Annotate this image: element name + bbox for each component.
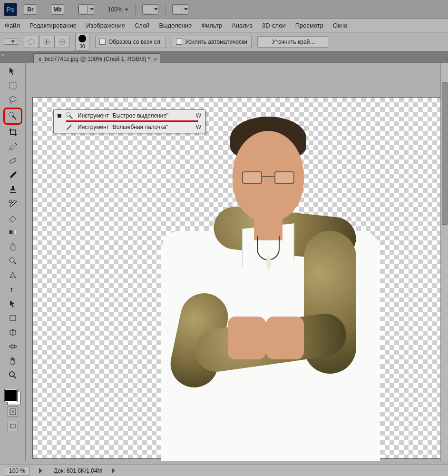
minibridge-label: Mb [53,6,61,13]
3d-camera-tool[interactable] [6,340,20,353]
document-canvas[interactable] [32,97,441,459]
path-selection-tool[interactable] [6,297,20,310]
brush-picker[interactable]: 30 [75,33,89,51]
screen-mode-button[interactable] [172,4,188,15]
bridge-launcher-button[interactable]: Br [24,4,37,15]
flyout-item-quick-selection[interactable]: Инструмент "Быстрое выделение" W [54,110,205,121]
minibridge-launcher-button[interactable]: Mb [51,4,64,15]
chevron-down-icon [90,8,94,10]
sample-all-label: Образец со всех сл. [108,39,162,45]
zoom-level[interactable]: 100% [108,6,128,13]
bridge-label: Br [27,6,33,13]
dodge-icon [8,256,18,266]
chevron-down-icon [154,8,158,10]
status-zoom[interactable]: 100 % [5,466,29,476]
healing-brush-tool[interactable] [6,154,20,168]
eraser-icon [8,213,18,223]
menu-edit[interactable]: Редактирование [29,22,77,29]
separator [101,4,101,15]
eraser-tool[interactable] [6,211,20,225]
checkbox-icon[interactable] [176,39,182,45]
refine-edge-button[interactable]: Уточнить край... [257,36,329,48]
sample-all-layers-option[interactable]: Образец со всех сл. [95,36,166,48]
status-doc-text: Док: 801,6K/1,04M [54,467,102,474]
chevron-down-icon [11,40,15,43]
rectangular-marquee-tool[interactable] [6,79,20,92]
checkbox-icon[interactable] [99,39,106,45]
selected-indicator-icon [58,114,61,118]
vertical-scrollbar[interactable] [440,63,448,461]
menu-filter[interactable]: Фильтр [201,22,222,29]
shape-tool[interactable] [6,311,20,325]
auto-enhance-option[interactable]: Усилить автоматически [172,36,252,48]
menu-image[interactable]: Изображение [86,22,125,29]
crop-icon [8,128,18,137]
gradient-tool[interactable] [6,226,20,239]
separator [135,4,136,15]
selection-add-button[interactable] [39,36,54,48]
ps-logo-icon: Ps [4,3,17,16]
move-tool[interactable] [6,65,20,78]
ps-logo-text: Ps [6,6,14,13]
menu-window[interactable]: Окно [333,22,347,29]
selection-new-button[interactable] [24,36,39,48]
hand-tool[interactable] [6,354,20,367]
svg-point-17 [11,410,14,413]
blur-tool[interactable] [6,240,20,253]
dodge-tool[interactable] [6,254,20,268]
screen-mode-toggle[interactable] [8,421,18,431]
crop-tool[interactable] [6,126,20,139]
svg-point-10 [10,258,14,262]
menu-file[interactable]: Файл [5,22,20,29]
clone-stamp-tool[interactable] [6,183,20,196]
separator [44,4,44,15]
menu-select[interactable]: Выделение [159,22,192,29]
color-swatches[interactable] [5,387,21,403]
quick-selection-tool[interactable] [3,108,22,125]
tool-options-bar: 30 Образец со всех сл. Усилить автоматич… [0,32,448,51]
menu-bar: Файл Редактирование Изображение Слой Выд… [0,19,448,32]
pen-tool[interactable] [6,268,20,282]
eyedropper-tool[interactable] [6,140,20,153]
menu-analysis[interactable]: Анализ [232,22,253,29]
type-tool[interactable]: T [6,283,20,296]
arrange-documents-button[interactable] [142,4,158,15]
menu-layer[interactable]: Слой [135,22,150,29]
menu-3d[interactable]: 3D-слои [262,22,286,29]
rectangle-icon [8,313,18,323]
menu-view[interactable]: Просмотр [295,22,323,29]
move-icon [8,67,18,76]
status-zoom-value: 100 % [9,467,25,474]
svg-point-5 [10,97,16,101]
lasso-icon [8,95,18,105]
left-hand-shape [228,317,266,359]
brush-tool[interactable] [6,169,20,182]
svg-rect-18 [10,424,15,428]
history-brush-tool[interactable] [6,197,20,210]
svg-rect-12 [10,316,16,320]
quick-mask-toggle[interactable] [8,407,18,417]
close-icon[interactable]: × [154,56,157,62]
stamp-icon [8,185,18,194]
collapse-panels-icon[interactable]: ›› [1,51,9,61]
selection-subtract-button[interactable] [54,36,69,48]
current-tool-preset[interactable] [4,39,18,45]
marquee-icon [8,81,18,90]
flyout-item-magic-wand[interactable]: Инструмент "Волшебная палочка" W [54,121,205,133]
3d-object-tool[interactable] [6,326,20,339]
cutout-subject [133,88,399,461]
status-doc-info[interactable]: Док: 801,6K/1,04M [54,467,102,474]
view-extras-button[interactable] [78,4,94,15]
lasso-tool[interactable] [6,93,20,107]
status-expand-icon[interactable] [39,467,44,474]
brush-size-value: 30 [79,44,85,49]
document-tab[interactable]: x_bcb7741c.jpg @ 100% (Слой 1, RGB/8) * … [33,53,160,63]
arrange-icon [143,6,152,13]
scrollbar-thumb[interactable] [442,82,448,225]
zoom-tool[interactable] [6,368,20,382]
new-selection-icon [27,38,36,46]
foreground-color-swatch[interactable] [5,389,17,402]
drop-icon [8,242,18,251]
flyout-label: Инструмент "Быстрое выделение" [78,112,192,119]
status-menu-icon[interactable] [112,467,117,474]
